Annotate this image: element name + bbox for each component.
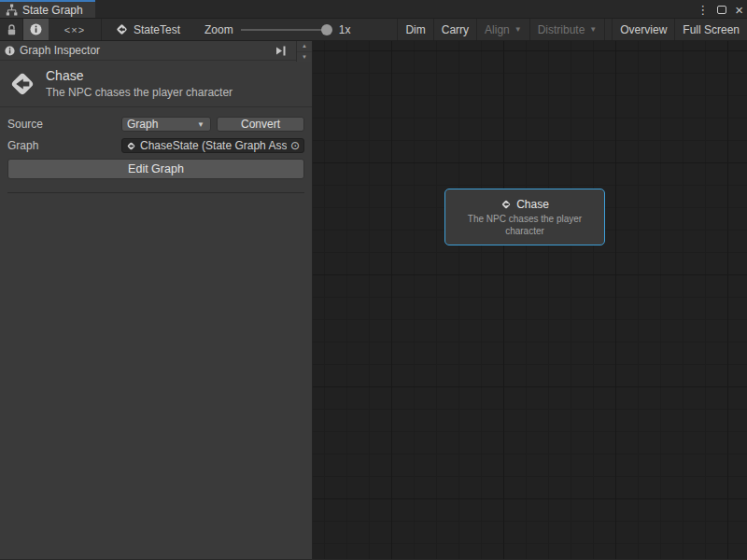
zoom-value: 1x [339, 23, 351, 36]
chase-state-node[interactable]: Chase The NPC chases the player characte… [444, 189, 605, 245]
fullscreen-button[interactable]: Full Screen [675, 19, 747, 40]
edit-graph-button[interactable]: Edit Graph [7, 159, 304, 179]
lock-icon [6, 23, 18, 36]
state-graph-icon [7, 69, 37, 99]
dock-inspector-button[interactable] [272, 45, 290, 57]
source-row: Source Graph ▼ Convert [7, 116, 304, 133]
source-label: Source [7, 118, 121, 131]
graph-object-field[interactable]: ChaseState (State Graph Asset) ⊙ [121, 138, 304, 153]
inspector-header: Graph Inspector ▲ ▼ [0, 41, 312, 61]
window-menu-icon[interactable]: ⋮ [697, 4, 709, 16]
chevron-down-icon: ▼ [589, 25, 597, 34]
inspector-title: Graph Inspector [20, 44, 267, 57]
state-description: The NPC chases the player character [46, 86, 233, 99]
tab-state-graph[interactable]: State Graph [0, 0, 95, 18]
graph-object-value: ChaseState (State Graph Asset) [140, 139, 287, 152]
state-title: Chase [46, 68, 233, 83]
close-button[interactable]: × [735, 3, 743, 17]
toolbar: <×> StateTest Zoom 1x Dim Carry Align ▼ … [0, 19, 747, 41]
zoom-label: Zoom [204, 23, 233, 36]
chevron-down-icon: ▼ [197, 120, 204, 129]
convert-button[interactable]: Convert [217, 117, 304, 132]
state-graph-icon [126, 141, 136, 151]
graph-canvas[interactable]: Chase The NPC chases the player characte… [313, 41, 747, 559]
inspector-toggle-button[interactable] [23, 19, 49, 40]
info-icon [30, 23, 42, 35]
overview-button[interactable]: Overview [613, 19, 674, 40]
graph-row: Graph ChaseState (State Graph Asset) ⊙ [7, 137, 304, 154]
tab-label: State Graph [22, 4, 83, 17]
info-icon [5, 46, 15, 56]
graph-inspector-panel: Graph Inspector ▲ ▼ Chase Th [0, 41, 313, 559]
chevron-down-icon: ▼ [514, 25, 522, 34]
breadcrumb-statetest[interactable]: StateTest [102, 19, 190, 40]
zoom-slider[interactable] [241, 23, 331, 36]
inspector-fields: Source Graph ▼ Convert Graph [0, 107, 312, 193]
object-picker-icon[interactable]: ⊙ [288, 139, 303, 152]
dock-icon [275, 45, 288, 57]
scroll-down-button[interactable]: ▼ [297, 52, 312, 63]
graph-hierarchy-icon [6, 4, 18, 16]
titlebar: State Graph ⋮ × [0, 0, 747, 19]
code-icon: <×> [64, 24, 85, 35]
code-view-button[interactable]: <×> [49, 19, 101, 40]
zoom-control: Zoom 1x [190, 19, 350, 40]
graph-label: Graph [7, 139, 121, 152]
source-dropdown-value: Graph [127, 118, 158, 131]
state-graph-icon [500, 199, 512, 210]
align-dropdown-button[interactable]: Align ▼ [477, 19, 529, 40]
dim-button[interactable]: Dim [398, 19, 432, 40]
node-title: Chase [516, 198, 549, 211]
zoom-slider-track [241, 29, 331, 31]
carry-button[interactable]: Carry [434, 19, 476, 40]
zoom-slider-handle[interactable] [321, 24, 332, 35]
state-graph-icon [115, 22, 129, 36]
source-dropdown[interactable]: Graph ▼ [121, 117, 211, 132]
scroll-up-button[interactable]: ▲ [297, 41, 312, 52]
node-description: The NPC chases the player character [455, 213, 595, 237]
inspector-empty-area [0, 193, 312, 559]
distribute-dropdown-button[interactable]: Distribute ▼ [530, 19, 605, 40]
breadcrumb-label: StateTest [134, 23, 180, 36]
maximize-button[interactable] [717, 6, 726, 14]
state-header: Chase The NPC chases the player characte… [0, 61, 312, 107]
lock-button[interactable] [0, 19, 22, 40]
inspector-scroll-strip: ▲ ▼ [296, 41, 312, 62]
